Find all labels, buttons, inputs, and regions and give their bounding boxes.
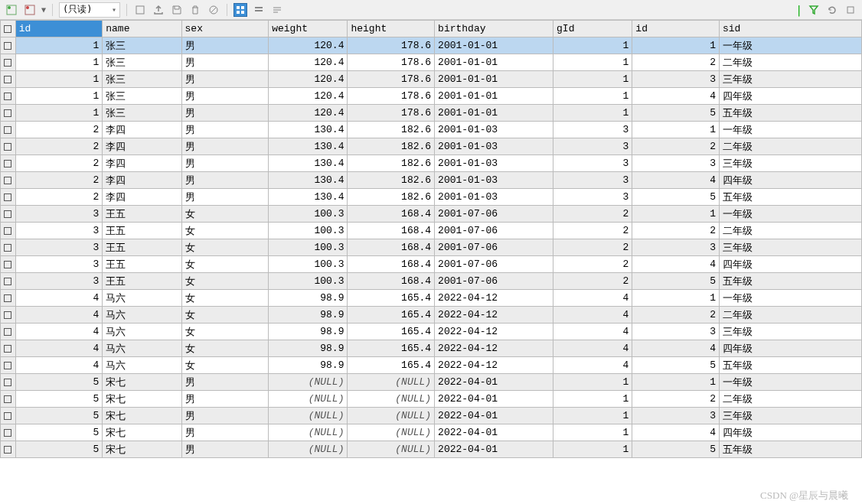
- cell-height[interactable]: 182.6: [348, 172, 435, 189]
- cell-gid[interactable]: 3: [553, 138, 632, 155]
- cell-name[interactable]: 马六: [103, 307, 181, 324]
- cell-weight[interactable]: (NULL): [269, 391, 348, 408]
- cell-name[interactable]: 张三: [103, 88, 181, 105]
- cell-name[interactable]: 马六: [103, 357, 181, 374]
- cell-height[interactable]: 178.6: [348, 54, 435, 71]
- cell-weight[interactable]: 130.4: [269, 155, 348, 172]
- col-header-id[interactable]: id: [15, 21, 103, 37]
- cell-sid[interactable]: 四年级: [719, 424, 861, 441]
- cell-sex[interactable]: 女: [181, 307, 269, 324]
- cell-weight[interactable]: 120.4: [269, 37, 348, 54]
- cell-height[interactable]: 168.4: [348, 206, 435, 223]
- cell-sid[interactable]: 四年级: [719, 340, 861, 357]
- row-checkbox[interactable]: [1, 189, 16, 206]
- cell-id[interactable]: 2: [15, 122, 103, 138]
- cell-id2[interactable]: 5: [632, 441, 720, 458]
- cell-id[interactable]: 1: [15, 71, 103, 88]
- cell-name[interactable]: 马六: [103, 290, 181, 307]
- cell-sid[interactable]: 四年级: [719, 256, 861, 273]
- row-checkbox[interactable]: [1, 54, 16, 71]
- table-row[interactable]: 5宋七男(NULL)(NULL)2022-04-0114四年级: [1, 424, 862, 441]
- row-checkbox[interactable]: [1, 357, 16, 374]
- cell-id[interactable]: 5: [15, 374, 103, 391]
- table-row[interactable]: 1张三男120.4178.62001-01-0112二年级: [1, 54, 862, 71]
- cell-id[interactable]: 4: [15, 290, 103, 307]
- cell-sex[interactable]: 女: [181, 273, 269, 290]
- cell-gid[interactable]: 2: [553, 239, 632, 256]
- cell-name[interactable]: 李四: [103, 155, 181, 172]
- cell-weight[interactable]: 100.3: [269, 206, 348, 223]
- table-row[interactable]: 3王五女100.3168.42001-07-0625五年级: [1, 273, 862, 290]
- cell-id[interactable]: 2: [15, 172, 103, 189]
- cell-id2[interactable]: 3: [632, 239, 720, 256]
- cell-birthday[interactable]: 2001-01-01: [435, 105, 553, 122]
- cell-id[interactable]: 1: [15, 88, 103, 105]
- cell-height[interactable]: 178.6: [348, 105, 435, 122]
- cell-height[interactable]: 178.6: [348, 37, 435, 54]
- cell-sex[interactable]: 男: [181, 391, 269, 408]
- cell-height[interactable]: 165.4: [348, 357, 435, 374]
- cell-sid[interactable]: 二年级: [719, 391, 861, 408]
- cell-weight[interactable]: 100.3: [269, 223, 348, 239]
- cell-sid[interactable]: 二年级: [719, 54, 861, 71]
- table-row[interactable]: 5宋七男(NULL)(NULL)2022-04-0115五年级: [1, 441, 862, 458]
- cell-id2[interactable]: 5: [632, 273, 720, 290]
- cell-sid[interactable]: 二年级: [719, 223, 861, 239]
- cell-id[interactable]: 4: [15, 307, 103, 324]
- cell-birthday[interactable]: 2022-04-01: [435, 424, 553, 441]
- cell-weight[interactable]: 130.4: [269, 172, 348, 189]
- cell-name[interactable]: 宋七: [103, 391, 181, 408]
- table-row[interactable]: 4马六女98.9165.42022-04-1244四年级: [1, 340, 862, 357]
- cell-weight[interactable]: 130.4: [269, 189, 348, 206]
- cell-id[interactable]: 2: [15, 138, 103, 155]
- cell-height[interactable]: 168.4: [348, 273, 435, 290]
- snippet-icon[interactable]: [844, 3, 857, 17]
- cell-name[interactable]: 王五: [103, 223, 181, 239]
- row-checkbox[interactable]: [1, 290, 16, 307]
- cell-gid[interactable]: 2: [553, 223, 632, 239]
- cell-weight[interactable]: 130.4: [269, 122, 348, 138]
- cell-gid[interactable]: 1: [553, 391, 632, 408]
- cell-sex[interactable]: 女: [181, 357, 269, 374]
- cell-birthday[interactable]: 2001-01-03: [435, 189, 553, 206]
- col-header-name[interactable]: name: [103, 21, 181, 37]
- cell-sex[interactable]: 男: [181, 105, 269, 122]
- table-row[interactable]: 4马六女98.9165.42022-04-1243三年级: [1, 324, 862, 340]
- row-checkbox[interactable]: [1, 122, 16, 138]
- cell-id2[interactable]: 1: [632, 122, 720, 138]
- cell-birthday[interactable]: 2001-01-01: [435, 71, 553, 88]
- cell-height[interactable]: 182.6: [348, 155, 435, 172]
- cell-height[interactable]: 182.6: [348, 138, 435, 155]
- refresh-icon[interactable]: [825, 3, 839, 17]
- cell-weight[interactable]: 130.4: [269, 138, 348, 155]
- cell-birthday[interactable]: 2001-07-06: [435, 273, 553, 290]
- cell-birthday[interactable]: 2022-04-12: [435, 290, 553, 307]
- cell-id2[interactable]: 4: [632, 340, 720, 357]
- cell-id2[interactable]: 2: [632, 138, 720, 155]
- cell-sid[interactable]: 五年级: [719, 105, 861, 122]
- cell-weight[interactable]: 120.4: [269, 54, 348, 71]
- table-row[interactable]: 2李四男130.4182.62001-01-0335五年级: [1, 189, 862, 206]
- cell-id[interactable]: 1: [15, 54, 103, 71]
- cell-sex[interactable]: 女: [181, 256, 269, 273]
- table-row[interactable]: 1张三男120.4178.62001-01-0115五年级: [1, 105, 862, 122]
- row-checkbox[interactable]: [1, 223, 16, 239]
- cell-name[interactable]: 张三: [103, 37, 181, 54]
- cell-id[interactable]: 2: [15, 189, 103, 206]
- cell-gid[interactable]: 4: [553, 357, 632, 374]
- view-text-icon[interactable]: [270, 3, 284, 17]
- cell-gid[interactable]: 4: [553, 324, 632, 340]
- cell-birthday[interactable]: 2022-04-12: [435, 340, 553, 357]
- cell-id[interactable]: 2: [15, 155, 103, 172]
- cell-height[interactable]: (NULL): [348, 374, 435, 391]
- cell-gid[interactable]: 3: [553, 155, 632, 172]
- row-checkbox[interactable]: [1, 441, 16, 458]
- row-checkbox[interactable]: [1, 324, 16, 340]
- cell-name[interactable]: 宋七: [103, 374, 181, 391]
- cell-gid[interactable]: 1: [553, 374, 632, 391]
- table-row[interactable]: 2李四男130.4182.62001-01-0332二年级: [1, 138, 862, 155]
- cell-sex[interactable]: 男: [181, 122, 269, 138]
- cell-gid[interactable]: 2: [553, 206, 632, 223]
- cell-id2[interactable]: 1: [632, 206, 720, 223]
- cell-id[interactable]: 3: [15, 206, 103, 223]
